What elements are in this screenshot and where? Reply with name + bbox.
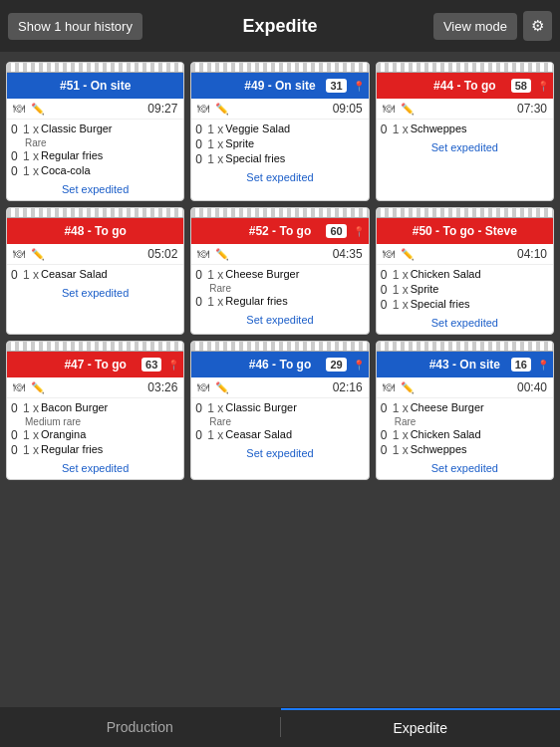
chef-icon[interactable]: 🍽 bbox=[13, 380, 25, 394]
item-x: 1 x bbox=[393, 298, 409, 312]
order-id: #43 - On site bbox=[429, 358, 500, 372]
item-name: Ceasar Salad bbox=[41, 268, 179, 280]
set-expedited-link[interactable]: Set expedited bbox=[191, 443, 368, 464]
order-id: #48 - To go bbox=[64, 224, 126, 238]
tab-production[interactable]: Production bbox=[0, 709, 280, 745]
item-qty: 0 bbox=[381, 268, 391, 282]
chef-icon[interactable]: 🍽 bbox=[383, 380, 395, 394]
set-expedited-link[interactable]: Set expedited bbox=[377, 313, 553, 334]
set-expedited-link[interactable]: Set expedited bbox=[377, 458, 553, 479]
edit-icon[interactable]: ✏️ bbox=[215, 248, 229, 261]
gear-button[interactable]: ⚙ bbox=[523, 11, 552, 41]
item-qty: 0 bbox=[381, 443, 391, 457]
order-card: #49 - On site31📍🍽✏️09:050 1 x Veggie Sal… bbox=[190, 62, 369, 201]
order-time: 09:27 bbox=[147, 102, 177, 116]
set-expedited-link[interactable]: Set expedited bbox=[7, 179, 183, 200]
order-card: #44 - To go58📍🍽✏️07:300 1 x SchweppesSet… bbox=[376, 62, 554, 201]
item-name: Sprite bbox=[225, 137, 364, 149]
set-expedited-link[interactable]: Set expedited bbox=[191, 310, 368, 331]
chef-icon[interactable]: 🍽 bbox=[197, 380, 209, 394]
pin-icon: 📍 bbox=[353, 360, 365, 371]
card-subheader: 🍽✏️09:05 bbox=[191, 99, 368, 120]
card-body: 0 1 x Ceasar Salad bbox=[7, 265, 183, 282]
top-bar-right: View mode ⚙ bbox=[433, 11, 552, 41]
torn-top bbox=[377, 63, 553, 73]
item-name: Schweppes bbox=[411, 123, 549, 134]
order-id: #49 - On site bbox=[244, 79, 315, 93]
card-subheader: 🍽✏️02:16 bbox=[191, 377, 368, 398]
set-expedited-link[interactable]: Set expedited bbox=[191, 167, 368, 188]
item-x: 1 x bbox=[23, 268, 39, 282]
edit-icon[interactable]: ✏️ bbox=[401, 248, 415, 261]
set-expedited-link[interactable]: Set expedited bbox=[377, 137, 553, 158]
edit-icon[interactable]: ✏️ bbox=[401, 103, 415, 116]
order-item-row: 0 1 x Ceasar Salad bbox=[11, 268, 179, 282]
pin-icon: 📍 bbox=[353, 226, 365, 237]
order-card: #43 - On site16📍🍽✏️00:400 1 x Cheese Bur… bbox=[376, 341, 554, 480]
item-qty: 0 bbox=[381, 428, 391, 442]
order-id: #47 - To go bbox=[64, 358, 126, 372]
order-item-row: 0 1 x Classic Burger bbox=[11, 123, 179, 136]
item-name: Cheese Burger bbox=[225, 268, 364, 280]
item-x: 1 x bbox=[23, 401, 39, 415]
torn-top bbox=[377, 342, 553, 352]
card-subheader: 🍽✏️07:30 bbox=[377, 99, 553, 120]
torn-top bbox=[7, 208, 183, 218]
chef-icon[interactable]: 🍽 bbox=[13, 102, 25, 116]
item-qty: 0 bbox=[11, 443, 21, 457]
order-card: #47 - To go63📍🍽✏️03:260 1 x Bacon Burger… bbox=[6, 341, 184, 480]
item-x: 1 x bbox=[207, 152, 223, 166]
item-x: 1 x bbox=[207, 401, 223, 415]
edit-icon[interactable]: ✏️ bbox=[31, 103, 45, 116]
order-item-row: 0 1 x Schweppes bbox=[381, 443, 549, 457]
item-name: Cheese Burger bbox=[411, 401, 549, 413]
item-x: 1 x bbox=[393, 443, 409, 457]
history-button[interactable]: Show 1 hour history bbox=[8, 13, 142, 40]
item-name: Veggie Salad bbox=[225, 123, 364, 134]
item-qty: 0 bbox=[11, 149, 21, 163]
card-body: 0 1 x Cheese BurgerRare0 1 x Regular fri… bbox=[191, 265, 368, 309]
item-name: Classic Burger bbox=[225, 401, 364, 413]
item-name: Schweppes bbox=[411, 443, 549, 455]
chef-icon[interactable]: 🍽 bbox=[197, 247, 209, 261]
order-item-row: 0 1 x Coca-cola bbox=[11, 164, 179, 178]
pin-icon: 📍 bbox=[353, 81, 365, 92]
torn-top bbox=[7, 342, 183, 352]
order-item-row: 0 1 x Veggie Salad bbox=[195, 123, 364, 136]
item-qty: 0 bbox=[381, 123, 391, 136]
set-expedited-link[interactable]: Set expedited bbox=[7, 458, 183, 479]
torn-top bbox=[191, 342, 368, 352]
order-item-row: 0 1 x Cheese Burger bbox=[195, 268, 364, 282]
order-item-row: 0 1 x Chicken Salad bbox=[381, 428, 549, 442]
chef-icon[interactable]: 🍽 bbox=[383, 247, 395, 261]
card-subheader: 🍽✏️09:27 bbox=[7, 99, 183, 120]
item-name: Ceasar Salad bbox=[225, 428, 364, 440]
item-sub: Medium rare bbox=[11, 416, 179, 427]
chef-icon[interactable]: 🍽 bbox=[13, 247, 25, 261]
set-expedited-link[interactable]: Set expedited bbox=[7, 283, 183, 304]
edit-icon[interactable]: ✏️ bbox=[215, 103, 229, 116]
card-subheader: 🍽✏️03:26 bbox=[7, 377, 183, 398]
item-x: 1 x bbox=[207, 428, 223, 442]
pin-icon: 📍 bbox=[167, 360, 179, 371]
edit-icon[interactable]: ✏️ bbox=[31, 381, 45, 394]
order-id: #50 - To go - Steve bbox=[413, 224, 517, 238]
tab-expedite[interactable]: Expedite bbox=[281, 708, 561, 746]
chef-icon[interactable]: 🍽 bbox=[197, 102, 209, 116]
edit-icon[interactable]: ✏️ bbox=[215, 381, 229, 394]
viewmode-button[interactable]: View mode bbox=[433, 13, 517, 40]
edit-icon[interactable]: ✏️ bbox=[401, 381, 415, 394]
chef-icon[interactable]: 🍽 bbox=[383, 102, 395, 116]
item-x: 1 x bbox=[393, 283, 409, 297]
order-item-row: 0 1 x Orangina bbox=[11, 428, 179, 442]
card-body: 0 1 x Classic BurgerRare0 1 x Ceasar Sal… bbox=[191, 398, 368, 442]
pin-icon: 📍 bbox=[537, 360, 549, 371]
item-x: 1 x bbox=[207, 137, 223, 151]
order-time: 04:10 bbox=[517, 247, 547, 261]
edit-icon[interactable]: ✏️ bbox=[31, 248, 45, 261]
item-qty: 0 bbox=[381, 298, 391, 312]
item-name: Classic Burger bbox=[41, 123, 179, 134]
card-subheader: 🍽✏️00:40 bbox=[377, 377, 553, 398]
item-name: Special fries bbox=[225, 152, 364, 164]
order-id: #46 - To go bbox=[249, 358, 311, 372]
